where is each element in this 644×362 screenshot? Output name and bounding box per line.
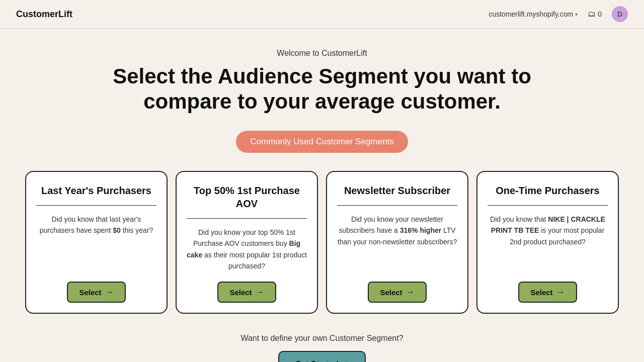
card-title: Newsletter Subscriber [344,184,450,197]
card-top50-aov: Top 50% 1st Purchase AOV Did you know yo… [176,171,318,314]
plus-icon: + [344,359,349,362]
cart-count: 0 [598,10,602,18]
select-button-last-year[interactable]: Select → [67,282,125,303]
select-button-newsletter[interactable]: Select → [368,282,426,303]
card-body: Did you know that last year's purchasers… [36,214,156,272]
cart-icon: 🗂 [588,10,596,19]
select-label: Select [79,288,101,297]
card-divider [337,205,457,206]
arrow-icon: → [256,288,264,297]
select-label: Select [229,288,252,297]
welcome-text: Welcome to CustomerLift [277,49,367,58]
main-content: Welcome to CustomerLift Select the Audie… [0,29,644,362]
header-right: customerlift.myshopify.com ▾ 🗂 0 D [489,6,628,22]
select-button-one-time[interactable]: Select → [518,282,577,303]
select-label: Select [380,288,402,297]
card-title: One-Time Purchasers [496,184,599,197]
segments-badge[interactable]: Commonly Used Customer Segments [236,131,408,153]
app-logo: CustomerLift [16,9,72,20]
card-divider [36,205,156,206]
card-divider [488,205,608,206]
card-body: Did you know your top 50% 1st Purchase A… [187,227,307,272]
card-divider [187,218,307,219]
card-body: Did you know that NIKE | CRACKLE PRINT T… [488,214,608,272]
avatar[interactable]: D [612,6,628,22]
bottom-section: Want to define your own Customer Segment… [240,334,403,362]
page-title: Select the Audience Segment you want to … [96,64,548,115]
card-last-year-purchasers: Last Year's Purchasers Did you know that… [25,171,168,314]
header: CustomerLift customerlift.myshopify.com … [0,0,644,29]
cart-indicator[interactable]: 🗂 0 [588,10,602,19]
cards-container: Last Year's Purchasers Did you know that… [25,171,619,314]
cta-text: Want to define your own Customer Segment… [240,334,403,343]
arrow-icon: → [407,288,415,297]
card-title: Top 50% 1st Purchase AOV [187,184,307,210]
get-started-button[interactable]: Get Started + [278,351,366,362]
get-started-label: Get Started [295,360,339,362]
chevron-down-icon: ▾ [575,12,578,17]
card-newsletter: Newsletter Subscriber Did you know your … [326,171,468,314]
store-selector[interactable]: customerlift.myshopify.com ▾ [489,10,578,18]
arrow-icon: → [106,288,114,297]
card-body: Did you know your newsletter subscribers… [337,214,457,272]
select-button-top50[interactable]: Select → [217,282,276,303]
select-label: Select [530,288,552,297]
arrow-icon: → [557,288,565,297]
card-one-time-purchasers: One-Time Purchasers Did you know that NI… [476,171,619,314]
card-title: Last Year's Purchasers [41,184,151,197]
store-name: customerlift.myshopify.com [489,10,573,18]
